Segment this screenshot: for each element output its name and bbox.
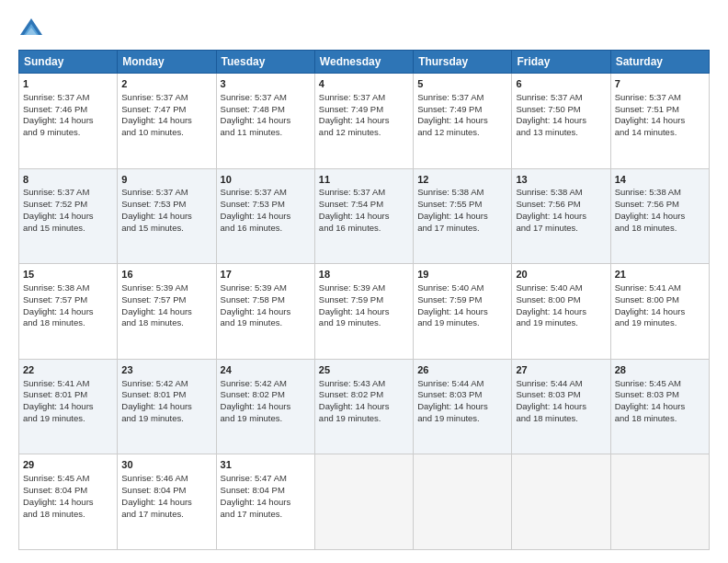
day-info: and 18 minutes. [121, 317, 211, 329]
day-info: and 19 minutes. [417, 317, 507, 329]
day-info: and 16 minutes. [319, 223, 409, 235]
col-header-sunday: Sunday [19, 51, 118, 74]
day-info: Daylight: 14 hours [121, 306, 211, 318]
day-info: Sunrise: 5:39 AM [319, 282, 409, 294]
day-info: Sunset: 7:49 PM [319, 104, 409, 116]
day-number: 22 [23, 363, 113, 377]
day-info: Sunrise: 5:37 AM [23, 187, 113, 199]
day-info: Sunset: 8:02 PM [221, 389, 311, 401]
day-info: Daylight: 14 hours [23, 306, 113, 318]
calendar-cell: 15Sunrise: 5:38 AMSunset: 7:57 PMDayligh… [19, 264, 118, 360]
day-info: Sunset: 7:57 PM [23, 294, 113, 306]
day-info: Sunrise: 5:37 AM [23, 92, 113, 104]
day-number: 6 [516, 77, 606, 91]
day-number: 13 [516, 173, 606, 187]
day-info: Sunset: 7:53 PM [221, 199, 311, 211]
calendar-cell: 9Sunrise: 5:37 AMSunset: 7:53 PMDaylight… [118, 168, 216, 264]
day-info: Daylight: 14 hours [221, 115, 311, 127]
calendar-cell: 5Sunrise: 5:37 AMSunset: 7:49 PMDaylight… [414, 74, 512, 169]
day-info: Sunrise: 5:39 AM [221, 282, 311, 294]
day-number: 11 [319, 173, 409, 187]
calendar-cell: 28Sunrise: 5:45 AMSunset: 8:03 PMDayligh… [610, 359, 709, 454]
day-info: Sunrise: 5:37 AM [221, 92, 311, 104]
day-info: and 12 minutes. [417, 127, 507, 139]
col-header-tuesday: Tuesday [216, 51, 314, 74]
day-info: Sunset: 8:00 PM [516, 294, 606, 306]
day-info: and 18 minutes. [516, 413, 606, 425]
day-info: and 17 minutes. [221, 509, 311, 521]
day-info: and 15 minutes. [23, 223, 113, 235]
day-info: Sunset: 8:01 PM [23, 389, 113, 401]
day-info: Sunrise: 5:44 AM [417, 378, 507, 390]
day-info: Daylight: 14 hours [615, 306, 705, 318]
calendar-cell [512, 454, 610, 550]
day-number: 16 [121, 268, 211, 282]
day-info: Daylight: 14 hours [417, 211, 507, 223]
day-info: Sunrise: 5:38 AM [23, 282, 113, 294]
day-number: 4 [319, 77, 409, 91]
calendar-cell: 31Sunrise: 5:47 AMSunset: 8:04 PMDayligh… [216, 454, 314, 550]
day-info: Sunset: 8:01 PM [121, 389, 211, 401]
day-info: Sunrise: 5:38 AM [615, 187, 705, 199]
day-number: 2 [121, 77, 211, 91]
day-number: 15 [23, 268, 113, 282]
day-info: Sunrise: 5:42 AM [121, 378, 211, 390]
col-header-monday: Monday [118, 51, 216, 74]
header [18, 17, 710, 42]
day-info: Sunset: 7:57 PM [121, 294, 211, 306]
calendar-cell: 16Sunrise: 5:39 AMSunset: 7:57 PMDayligh… [118, 264, 216, 360]
day-info: Daylight: 14 hours [319, 401, 409, 413]
calendar-cell: 30Sunrise: 5:46 AMSunset: 8:04 PMDayligh… [118, 454, 216, 550]
day-number: 31 [221, 458, 311, 472]
day-info: Daylight: 14 hours [23, 497, 113, 509]
day-info: Daylight: 14 hours [221, 211, 311, 223]
calendar-cell: 23Sunrise: 5:42 AMSunset: 8:01 PMDayligh… [118, 359, 216, 454]
day-info: and 10 minutes. [121, 127, 211, 139]
logo [18, 17, 48, 42]
day-number: 29 [23, 458, 113, 472]
calendar-cell: 24Sunrise: 5:42 AMSunset: 8:02 PMDayligh… [216, 359, 314, 454]
calendar-cell [314, 454, 413, 550]
day-info: Sunset: 7:47 PM [121, 104, 211, 116]
calendar-cell: 22Sunrise: 5:41 AMSunset: 8:01 PMDayligh… [19, 359, 118, 454]
calendar-cell [610, 454, 709, 550]
day-info: and 14 minutes. [615, 127, 705, 139]
day-info: Sunset: 8:04 PM [121, 485, 211, 497]
day-info: Sunrise: 5:45 AM [615, 378, 705, 390]
calendar-cell: 27Sunrise: 5:44 AMSunset: 8:03 PMDayligh… [512, 359, 610, 454]
day-info: and 18 minutes. [23, 317, 113, 329]
day-info: Daylight: 14 hours [516, 401, 606, 413]
day-info: Daylight: 14 hours [221, 306, 311, 318]
day-info: Daylight: 14 hours [121, 115, 211, 127]
day-info: Sunrise: 5:37 AM [615, 92, 705, 104]
day-number: 12 [417, 173, 507, 187]
day-info: Sunrise: 5:38 AM [417, 187, 507, 199]
day-number: 19 [417, 268, 507, 282]
day-info: Daylight: 14 hours [417, 401, 507, 413]
calendar-cell: 21Sunrise: 5:41 AMSunset: 8:00 PMDayligh… [610, 264, 709, 360]
day-info: Daylight: 14 hours [23, 211, 113, 223]
day-info: Sunset: 7:49 PM [417, 104, 507, 116]
day-info: Daylight: 14 hours [221, 401, 311, 413]
day-info: Sunrise: 5:38 AM [516, 187, 606, 199]
calendar-cell: 12Sunrise: 5:38 AMSunset: 7:55 PMDayligh… [414, 168, 512, 264]
day-info: and 17 minutes. [417, 223, 507, 235]
calendar-cell: 26Sunrise: 5:44 AMSunset: 8:03 PMDayligh… [414, 359, 512, 454]
day-info: Sunset: 7:58 PM [221, 294, 311, 306]
day-info: Sunset: 7:59 PM [417, 294, 507, 306]
day-info: Daylight: 14 hours [319, 306, 409, 318]
calendar-cell: 10Sunrise: 5:37 AMSunset: 7:53 PMDayligh… [216, 168, 314, 264]
day-info: Sunrise: 5:40 AM [516, 282, 606, 294]
day-info: Daylight: 14 hours [516, 115, 606, 127]
calendar-cell: 14Sunrise: 5:38 AMSunset: 7:56 PMDayligh… [610, 168, 709, 264]
day-info: and 19 minutes. [319, 317, 409, 329]
day-info: and 12 minutes. [319, 127, 409, 139]
day-number: 18 [319, 268, 409, 282]
day-info: Sunset: 7:51 PM [615, 104, 705, 116]
day-info: Daylight: 14 hours [417, 115, 507, 127]
day-info: Sunset: 8:02 PM [319, 389, 409, 401]
day-number: 7 [615, 77, 705, 91]
day-info: Sunrise: 5:37 AM [417, 92, 507, 104]
day-number: 14 [615, 173, 705, 187]
day-info: Sunset: 7:59 PM [319, 294, 409, 306]
